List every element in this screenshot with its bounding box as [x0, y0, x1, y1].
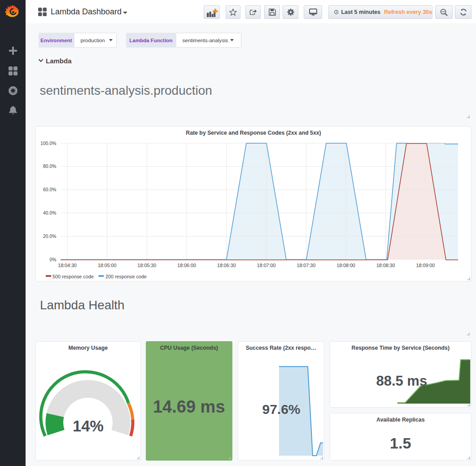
svg-text:40.0%: 40.0%	[43, 211, 56, 215]
svg-text:97.6%: 97.6%	[262, 402, 300, 417]
svg-text:18:08:30: 18:08:30	[376, 263, 395, 268]
svg-text:18:08:00: 18:08:00	[336, 263, 355, 268]
svg-text:100.0%: 100.0%	[40, 141, 56, 146]
svg-text:18:05:00: 18:05:00	[98, 263, 117, 268]
svg-text:500 response code: 500 response code	[52, 274, 94, 279]
svg-text:80.0%: 80.0%	[43, 164, 56, 169]
svg-text:0%: 0%	[49, 257, 56, 262]
svg-text:88.5 ms: 88.5 ms	[376, 373, 427, 389]
svg-text:20.0%: 20.0%	[43, 234, 56, 239]
svg-text:18:06:00: 18:06:00	[177, 263, 196, 268]
svg-text:18:09:00: 18:09:00	[416, 263, 435, 268]
svg-text:200 response code: 200 response code	[105, 274, 147, 279]
svg-text:18:07:00: 18:07:00	[257, 263, 276, 268]
svg-text:18:05:30: 18:05:30	[138, 263, 157, 268]
svg-text:14%: 14%	[73, 418, 104, 435]
svg-text:18:07:30: 18:07:30	[297, 263, 315, 268]
svg-text:60.0%: 60.0%	[43, 187, 56, 192]
svg-text:18:06:30: 18:06:30	[217, 263, 236, 268]
svg-text:18:04:30: 18:04:30	[58, 263, 77, 268]
